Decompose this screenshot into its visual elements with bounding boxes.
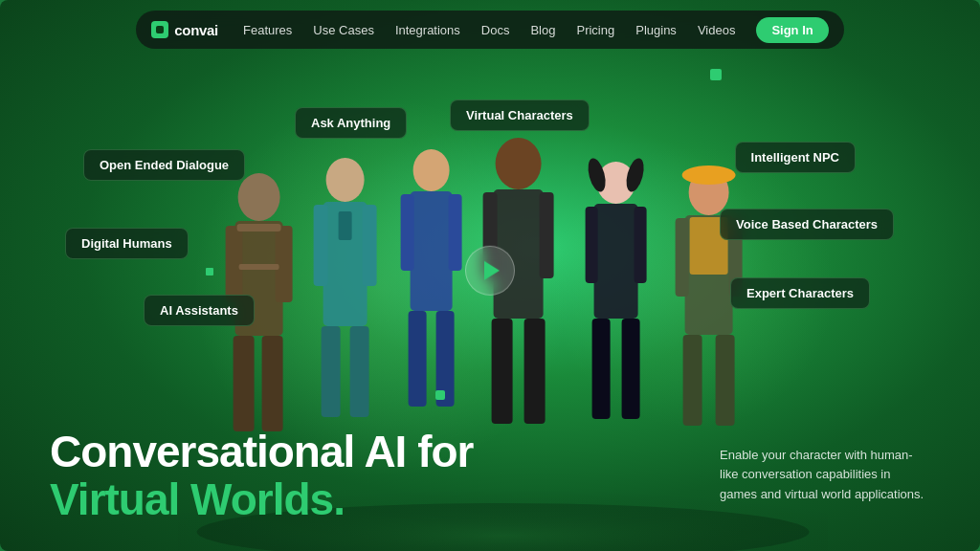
play-icon — [484, 261, 500, 280]
nav-link-integrations[interactable]: Integrations — [386, 18, 470, 42]
svg-rect-7 — [237, 224, 281, 231]
tag-ai-assistants: AI Assistants — [144, 295, 255, 326]
svg-rect-39 — [683, 335, 702, 426]
navbar-inner: convai Features Use Cases Integrations D… — [136, 11, 843, 49]
nav-link-docs[interactable]: Docs — [472, 18, 520, 42]
tag-voice-based-characters: Voice Based Characters — [720, 209, 894, 240]
svg-rect-27 — [540, 192, 554, 278]
sign-in-button[interactable]: Sign In — [756, 17, 828, 43]
tag-virtual-characters: Virtual Characters — [450, 99, 590, 131]
navbar: convai Features Use Cases Integrations D… — [0, 0, 980, 50]
hero-text: Conversational AI for Virtual Worlds. — [50, 428, 473, 524]
svg-rect-15 — [339, 211, 352, 240]
nav-link-features[interactable]: Features — [234, 18, 301, 42]
page-wrapper: convai Features Use Cases Integrations D… — [0, 0, 980, 551]
tag-open-ended-dialogue: Open Ended Dialogue — [83, 149, 245, 181]
tag-digital-humans: Digital Humans — [65, 228, 189, 259]
svg-point-9 — [326, 158, 365, 202]
svg-rect-25 — [524, 319, 546, 424]
svg-rect-6 — [276, 226, 293, 302]
tag-expert-characters: Expert Characters — [730, 277, 870, 309]
svg-rect-18 — [409, 311, 427, 407]
hero-title-line2: Virtual Worlds. — [50, 475, 473, 524]
svg-point-37 — [682, 165, 736, 185]
svg-rect-14 — [363, 205, 377, 286]
nav-link-blog[interactable]: Blog — [521, 18, 565, 42]
logo-text: convai — [174, 22, 218, 38]
svg-rect-17 — [411, 191, 453, 311]
svg-rect-29 — [594, 204, 638, 319]
svg-rect-4 — [262, 336, 283, 431]
svg-rect-5 — [226, 226, 243, 302]
tag-intelligent-npc: Intelligent NPC — [735, 142, 856, 173]
tag-ask-anything: Ask Anything — [295, 107, 407, 139]
svg-rect-20 — [401, 194, 414, 271]
svg-rect-31 — [622, 319, 640, 419]
nav-link-pricing[interactable]: Pricing — [567, 18, 624, 42]
svg-rect-33 — [635, 207, 647, 283]
svg-rect-3 — [234, 336, 255, 431]
nav-link-plugins[interactable]: Plugins — [626, 18, 686, 42]
play-button[interactable] — [465, 246, 515, 296]
svg-rect-21 — [449, 194, 462, 271]
nav-link-videos[interactable]: Videos — [688, 18, 746, 42]
nav-link-use-cases[interactable]: Use Cases — [303, 18, 384, 42]
svg-rect-11 — [322, 326, 341, 417]
nav-links: Features Use Cases Integrations Docs Blo… — [234, 18, 745, 42]
svg-rect-8 — [239, 264, 279, 270]
svg-point-16 — [413, 149, 450, 191]
svg-rect-41 — [676, 218, 689, 297]
svg-rect-40 — [716, 335, 735, 426]
svg-rect-32 — [586, 207, 598, 283]
svg-rect-30 — [592, 319, 611, 419]
decorative-square-3 — [435, 390, 445, 400]
svg-rect-24 — [492, 319, 513, 424]
svg-point-22 — [496, 138, 542, 189]
svg-point-1 — [238, 173, 280, 221]
logo[interactable]: convai — [151, 21, 218, 38]
decorative-square-2 — [206, 268, 213, 276]
svg-rect-13 — [314, 205, 328, 286]
hero-title-line1: Conversational AI for — [50, 428, 473, 476]
hero-description: Enable your character with human-like co… — [720, 446, 930, 505]
svg-rect-12 — [350, 326, 369, 417]
decorative-square-1 — [710, 69, 722, 80]
logo-icon — [151, 21, 168, 38]
